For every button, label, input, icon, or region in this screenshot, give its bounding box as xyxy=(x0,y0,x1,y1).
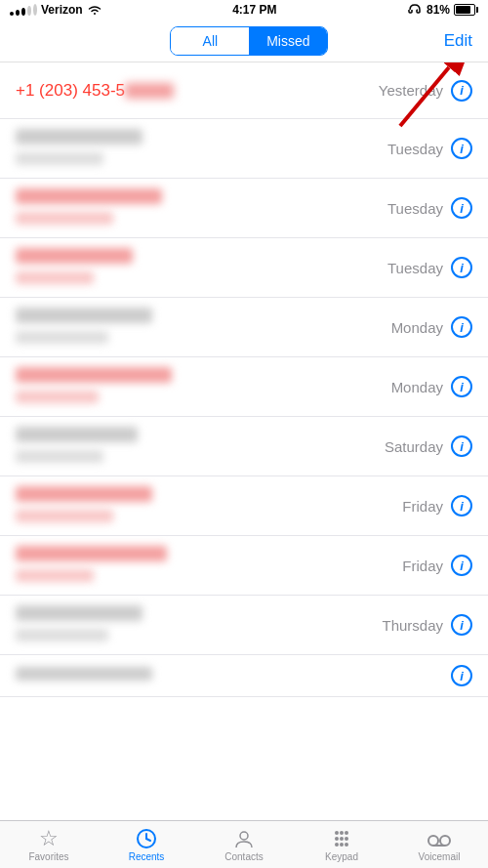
tab-bar: ☆ Favorites Recents Contacts Keypad xyxy=(0,820,488,868)
tab-voicemail-label: Voicemail xyxy=(419,851,461,862)
caller-detail xyxy=(16,271,387,287)
caller-name xyxy=(16,308,391,328)
call-meta: Tuesday i xyxy=(387,257,472,278)
segment-control[interactable]: All Missed xyxy=(170,26,328,56)
segment-all[interactable]: All xyxy=(171,27,249,55)
caller-detail xyxy=(16,152,387,168)
caller-name xyxy=(16,666,451,685)
caller-detail xyxy=(16,629,382,644)
caller-name xyxy=(16,427,385,447)
call-date: Friday xyxy=(402,498,443,515)
svg-point-14 xyxy=(345,843,348,847)
table-row: Friday i xyxy=(0,536,488,596)
signal-icon xyxy=(10,4,37,16)
tab-contacts[interactable]: Contacts xyxy=(195,828,293,862)
call-info xyxy=(16,367,391,406)
tab-favorites-label: Favorites xyxy=(28,851,68,862)
info-button[interactable]: i xyxy=(451,257,472,278)
call-info xyxy=(16,427,385,466)
table-row: Thursday i xyxy=(0,596,488,655)
tab-recents-label: Recents xyxy=(129,851,165,862)
caller-detail xyxy=(16,450,385,466)
carrier-label: Verizon xyxy=(41,3,83,17)
call-meta: Tuesday i xyxy=(387,138,472,159)
svg-point-13 xyxy=(340,843,344,847)
table-row: Monday i xyxy=(0,357,488,417)
caller-name xyxy=(16,248,387,269)
edit-button[interactable]: Edit xyxy=(444,31,472,51)
caller-name xyxy=(16,129,387,149)
keypad-icon xyxy=(331,828,352,849)
svg-point-7 xyxy=(340,831,344,835)
table-row: Saturday i xyxy=(0,417,488,476)
svg-point-9 xyxy=(335,837,339,841)
call-date: Friday xyxy=(402,558,443,574)
caller-name xyxy=(16,486,402,507)
svg-point-16 xyxy=(440,836,450,846)
call-meta: Monday i xyxy=(391,376,472,397)
tab-recents[interactable]: Recents xyxy=(98,828,195,862)
info-button[interactable]: i xyxy=(451,665,472,686)
battery-percent: 81% xyxy=(427,3,450,17)
caller-name: +1 (203) 453-5 xyxy=(16,81,379,101)
caller-name xyxy=(16,367,391,388)
tab-contacts-label: Contacts xyxy=(224,851,263,862)
info-button[interactable]: i xyxy=(451,316,472,338)
info-button[interactable]: i xyxy=(451,80,472,102)
contacts-icon xyxy=(233,828,255,849)
info-button[interactable]: i xyxy=(451,495,472,517)
info-button[interactable]: i xyxy=(451,614,472,636)
call-info xyxy=(16,129,387,168)
table-row: i xyxy=(0,655,488,697)
tab-voicemail[interactable]: Voicemail xyxy=(390,828,488,862)
call-date: Tuesday xyxy=(387,260,443,276)
favorites-icon: ☆ xyxy=(39,828,59,849)
call-date: Monday xyxy=(391,379,443,395)
tab-keypad[interactable]: Keypad xyxy=(293,828,390,862)
call-meta: Yesterday i xyxy=(379,80,472,102)
recents-icon xyxy=(136,828,157,849)
svg-point-10 xyxy=(340,837,344,841)
svg-point-5 xyxy=(240,832,248,840)
caller-detail xyxy=(16,212,387,227)
call-date: Tuesday xyxy=(387,200,443,217)
battery-icon xyxy=(454,4,478,16)
call-info xyxy=(16,666,451,685)
call-date: Saturday xyxy=(385,438,443,455)
call-date: Yesterday xyxy=(379,82,443,99)
caller-name xyxy=(16,188,387,209)
call-info: +1 (203) 453-5 xyxy=(16,81,379,101)
info-button[interactable]: i xyxy=(451,376,472,397)
info-button[interactable]: i xyxy=(451,435,472,457)
table-row: Tuesday i xyxy=(0,119,488,179)
caller-name xyxy=(16,546,402,566)
svg-line-4 xyxy=(146,839,150,841)
status-right: 81% xyxy=(407,3,478,17)
wifi-icon xyxy=(87,4,102,16)
tab-favorites[interactable]: ☆ Favorites xyxy=(0,828,98,862)
info-button[interactable]: i xyxy=(451,138,472,159)
call-meta: Thursday i xyxy=(382,614,472,636)
call-meta: Monday i xyxy=(391,316,472,338)
svg-point-15 xyxy=(428,836,438,846)
table-row: Friday i xyxy=(0,476,488,536)
call-info xyxy=(16,188,387,227)
caller-detail xyxy=(16,569,402,585)
caller-detail xyxy=(16,510,402,525)
call-meta: Friday i xyxy=(402,495,472,517)
caller-detail xyxy=(16,391,391,406)
call-info xyxy=(16,308,391,347)
caller-detail xyxy=(16,331,391,347)
call-meta: Saturday i xyxy=(385,435,472,457)
table-row: Monday i xyxy=(0,298,488,357)
svg-point-11 xyxy=(345,837,348,841)
info-button[interactable]: i xyxy=(451,197,472,219)
table-row: +1 (203) 453-5 Yesterday i xyxy=(0,62,488,119)
call-meta: Tuesday i xyxy=(387,197,472,219)
info-button[interactable]: i xyxy=(451,555,472,576)
segment-missed[interactable]: Missed xyxy=(249,27,327,55)
call-info xyxy=(16,546,402,585)
call-info xyxy=(16,486,402,525)
call-info xyxy=(16,248,387,287)
call-date: Tuesday xyxy=(387,141,443,157)
